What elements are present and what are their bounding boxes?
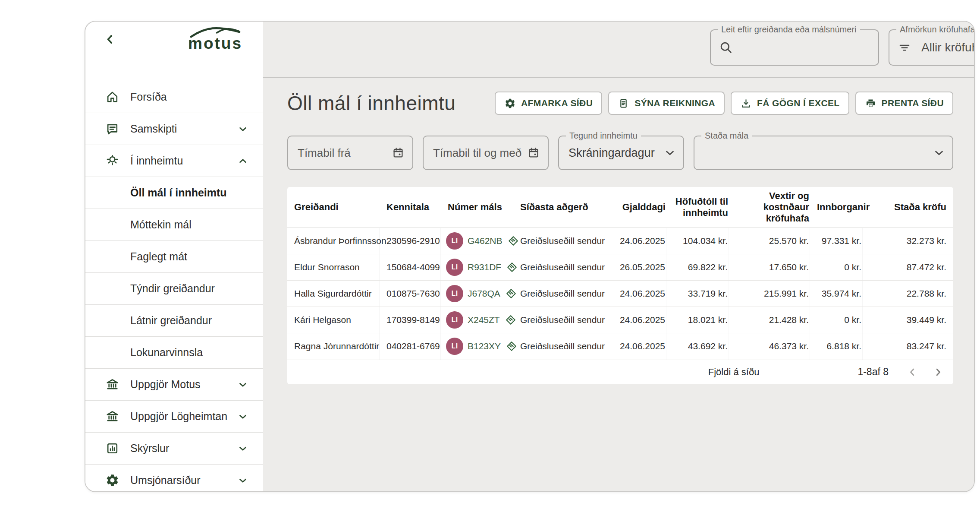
cell-principal: 69.822 kr.	[666, 254, 729, 280]
case-number-link[interactable]: J678QA	[468, 288, 500, 299]
filter-icon	[898, 41, 911, 54]
cell-interest-costs: 21.428 kr.	[729, 307, 810, 333]
bank-icon	[105, 409, 130, 424]
cell-kennitala[interactable]: 170399-8149	[380, 307, 441, 333]
column-header-payments: Innborganir	[810, 198, 863, 216]
page-actions: AFMARKA SÍÐUSÝNA REIKNINGAFÁ GÖGN Í EXCE…	[495, 92, 953, 115]
sidebar-item[interactable]: Látnir greiðandur	[85, 304, 263, 336]
sidebar-item-label: Uppgjör Motus	[130, 378, 201, 391]
sidebar-item-label: Uppgjör Lögheimtan	[130, 410, 227, 423]
sidebar-item-label: Látnir greiðandur	[130, 314, 212, 327]
case-number-link[interactable]: B123XY	[468, 341, 501, 351]
cell-due-date: 24.06.2025	[595, 307, 666, 333]
case-number-link[interactable]: X245ZT	[468, 315, 500, 325]
table-row[interactable]: Ásbrandur Þorfinnsson230596-2910LIG462NB…	[287, 228, 953, 254]
sidebar-item[interactable]: Í innheimtu	[85, 145, 263, 177]
invoice-icon	[618, 98, 629, 109]
collection-type-label: Tegund innheimtu	[566, 131, 641, 141]
cell-principal: 33.719 kr.	[666, 281, 729, 307]
sidebar-item[interactable]: Forsíða	[85, 81, 263, 113]
cell-case-number[interactable]: LIX245ZT	[441, 307, 513, 333]
sidebar: motus ForsíðaSamskiptiÍ innheimtuÖll mál…	[85, 22, 263, 491]
case-type-badge: LI	[446, 285, 463, 302]
cell-case-number[interactable]: LIG462NB	[441, 228, 513, 254]
collection-type-value: Skráningardagur	[569, 146, 655, 160]
cell-kennitala[interactable]: 040281-6769	[380, 333, 441, 360]
prenta-s-u-button[interactable]: PRENTA SÍÐU	[855, 92, 953, 115]
cell-kennitala[interactable]: 010875-7630	[380, 281, 441, 307]
sidebar-collapse-button[interactable]	[103, 32, 117, 47]
cell-claim-status: 83.247 kr.	[863, 333, 953, 360]
collection-type-select[interactable]: Tegund innheimtu Skráningardagur	[558, 136, 684, 170]
cell-principal: 18.021 kr.	[666, 307, 729, 333]
sidebar-item[interactable]: Öll mál í innheimtu	[85, 177, 263, 209]
chevron-left-icon	[104, 33, 116, 46]
sidebar-item-label: Forsíða	[130, 91, 167, 103]
cell-case-number[interactable]: LIR931DF	[441, 254, 513, 280]
sidebar-item[interactable]: Faglegt mát	[85, 240, 263, 272]
f-g-gn-excel-button[interactable]: FÁ GÖGN Í EXCEL	[731, 92, 849, 115]
cell-due-date: 24.06.2025	[595, 228, 666, 254]
sidebar-item[interactable]: Lokunarvinnsla	[85, 336, 263, 368]
cell-kennitala[interactable]: 150684-4099	[380, 254, 441, 280]
sidebar-item[interactable]: Umsjónarsíður	[85, 464, 263, 492]
chevron-down-icon	[237, 123, 248, 135]
main-content: Öll mál í innheimtu AFMARKA SÍÐUSÝNA REI…	[263, 78, 974, 491]
collection-icon	[105, 154, 130, 168]
column-header-kennitala: Kennitala	[380, 198, 441, 216]
case-number-link[interactable]: G462NB	[468, 236, 503, 246]
cases-table: GreiðandiKennitalaNúmer málsSíðasta aðge…	[287, 187, 953, 384]
date-from-field[interactable]	[287, 136, 413, 170]
sidebar-item[interactable]: Móttekin mál	[85, 209, 263, 240]
logo-text: motus	[183, 35, 248, 51]
sidebar-item[interactable]: Skýrslur	[85, 432, 263, 464]
topbar: Leit eftir greiðanda eða málsnúmeri Afmö…	[263, 22, 974, 78]
page: motus ForsíðaSamskiptiÍ innheimtuÖll mál…	[0, 0, 980, 506]
sidebar-item[interactable]: Samskipti	[85, 113, 263, 145]
date-to-field[interactable]	[423, 136, 549, 170]
afmarka-s-u-button[interactable]: AFMARKA SÍÐU	[495, 92, 602, 115]
pagination-next-button[interactable]	[931, 365, 945, 380]
cell-payer: Halla Sigurdardóttir	[287, 281, 380, 307]
cell-due-date: 24.06.2025	[595, 281, 666, 307]
pagination-prev-button[interactable]	[905, 365, 920, 380]
claimant-filter-value: Allir kröfuhafar	[921, 41, 975, 54]
column-header-claim_status: Staða kröfu	[863, 198, 953, 216]
cell-due-date: 26.05.2025	[595, 254, 666, 280]
chevron-up-icon	[237, 155, 248, 167]
sidebar-item[interactable]: Týndir greiðandur	[85, 272, 263, 304]
claimant-filter-field[interactable]: Afmörkun kröfuhafa Allir kröfuhafar	[889, 29, 975, 66]
table-row[interactable]: Eldur Snorrason150684-4099LIR931DFGreiðs…	[287, 254, 953, 281]
printer-icon	[865, 98, 876, 109]
sidebar-item-label: Lokunarvinnsla	[130, 346, 203, 359]
sidebar-item[interactable]: Uppgjör Lögheimtan	[85, 400, 263, 432]
cell-last-action: Greiðsluseðill sendur	[513, 228, 595, 254]
case-status-label: Staða mála	[701, 131, 752, 141]
cell-case-number[interactable]: LIB123XY	[441, 333, 513, 360]
table-row[interactable]: Kári Helgason170399-8149LIX245ZTGreiðslu…	[287, 307, 953, 333]
cell-payments: 35.974 kr.	[810, 281, 863, 307]
cell-last-action: Greiðsluseðill sendur	[513, 307, 595, 333]
table-row[interactable]: Halla Sigurdardóttir010875-7630LIJ678QAG…	[287, 281, 953, 307]
cell-kennitala[interactable]: 230596-2910	[380, 228, 441, 254]
page-size-label: Fjöldi á síðu	[708, 367, 760, 378]
sidebar-item[interactable]: Uppgjör Motus	[85, 368, 263, 400]
cell-case-number[interactable]: LIJ678QA	[441, 281, 513, 307]
search-input[interactable]	[739, 30, 869, 65]
table-row[interactable]: Ragna Jórunnardóttir040281-6769LIB123XYG…	[287, 333, 953, 360]
calendar-icon[interactable]	[527, 146, 540, 159]
column-header-principal: Höfuðtóll til innheimtu	[666, 193, 729, 222]
date-from-input[interactable]	[298, 136, 388, 169]
table-footer: Fjöldi á síðu 1-8af 8	[287, 360, 953, 384]
sidebar-item-label: Faglegt mát	[130, 250, 187, 263]
action-button-label: PRENTA SÍÐU	[882, 98, 944, 108]
date-to-input[interactable]	[433, 136, 524, 169]
content-column: Leit eftir greiðanda eða málsnúmeri Afmö…	[263, 22, 974, 491]
cell-claim-status: 22.788 kr.	[863, 281, 953, 307]
search-field[interactable]: Leit eftir greiðanda eða málsnúmeri	[710, 29, 879, 66]
column-header-last_action: Síðasta aðgerð	[513, 198, 595, 216]
case-number-link[interactable]: R931DF	[468, 262, 501, 272]
calendar-icon[interactable]	[392, 146, 405, 159]
case-status-select[interactable]: Staða mála	[694, 136, 953, 170]
s-na-reikninga-button[interactable]: SÝNA REIKNINGA	[608, 92, 725, 115]
